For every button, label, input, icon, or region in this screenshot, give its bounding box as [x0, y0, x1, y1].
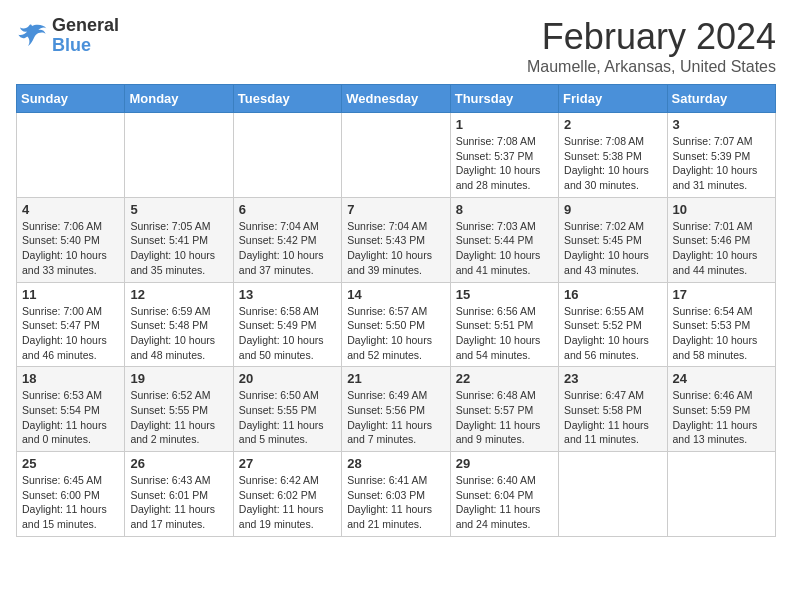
- calendar-week-4: 18Sunrise: 6:53 AM Sunset: 5:54 PM Dayli…: [17, 367, 776, 452]
- calendar-cell: 13Sunrise: 6:58 AM Sunset: 5:49 PM Dayli…: [233, 282, 341, 367]
- calendar-cell: 7Sunrise: 7:04 AM Sunset: 5:43 PM Daylig…: [342, 197, 450, 282]
- day-number: 7: [347, 202, 444, 217]
- calendar-header-saturday: Saturday: [667, 85, 775, 113]
- calendar-header-tuesday: Tuesday: [233, 85, 341, 113]
- day-number: 17: [673, 287, 770, 302]
- day-number: 8: [456, 202, 553, 217]
- calendar-cell: 1Sunrise: 7:08 AM Sunset: 5:37 PM Daylig…: [450, 113, 558, 198]
- calendar-cell: 2Sunrise: 7:08 AM Sunset: 5:38 PM Daylig…: [559, 113, 667, 198]
- day-info: Sunrise: 6:59 AM Sunset: 5:48 PM Dayligh…: [130, 304, 227, 363]
- day-number: 2: [564, 117, 661, 132]
- calendar-week-5: 25Sunrise: 6:45 AM Sunset: 6:00 PM Dayli…: [17, 452, 776, 537]
- calendar-cell: [559, 452, 667, 537]
- calendar-cell: 25Sunrise: 6:45 AM Sunset: 6:00 PM Dayli…: [17, 452, 125, 537]
- calendar-cell: 18Sunrise: 6:53 AM Sunset: 5:54 PM Dayli…: [17, 367, 125, 452]
- calendar-cell: 16Sunrise: 6:55 AM Sunset: 5:52 PM Dayli…: [559, 282, 667, 367]
- logo: General Blue: [16, 16, 119, 56]
- calendar-cell: 27Sunrise: 6:42 AM Sunset: 6:02 PM Dayli…: [233, 452, 341, 537]
- day-number: 15: [456, 287, 553, 302]
- logo-icon: [16, 22, 48, 50]
- calendar-cell: 24Sunrise: 6:46 AM Sunset: 5:59 PM Dayli…: [667, 367, 775, 452]
- day-number: 11: [22, 287, 119, 302]
- calendar-cell: 8Sunrise: 7:03 AM Sunset: 5:44 PM Daylig…: [450, 197, 558, 282]
- day-info: Sunrise: 6:48 AM Sunset: 5:57 PM Dayligh…: [456, 388, 553, 447]
- day-number: 1: [456, 117, 553, 132]
- calendar-cell: [233, 113, 341, 198]
- day-number: 10: [673, 202, 770, 217]
- day-number: 24: [673, 371, 770, 386]
- calendar-cell: 10Sunrise: 7:01 AM Sunset: 5:46 PM Dayli…: [667, 197, 775, 282]
- calendar-week-3: 11Sunrise: 7:00 AM Sunset: 5:47 PM Dayli…: [17, 282, 776, 367]
- calendar-week-1: 1Sunrise: 7:08 AM Sunset: 5:37 PM Daylig…: [17, 113, 776, 198]
- logo-line2: Blue: [52, 36, 119, 56]
- day-number: 21: [347, 371, 444, 386]
- calendar-cell: 19Sunrise: 6:52 AM Sunset: 5:55 PM Dayli…: [125, 367, 233, 452]
- day-number: 14: [347, 287, 444, 302]
- day-info: Sunrise: 6:42 AM Sunset: 6:02 PM Dayligh…: [239, 473, 336, 532]
- day-info: Sunrise: 6:46 AM Sunset: 5:59 PM Dayligh…: [673, 388, 770, 447]
- calendar-cell: 3Sunrise: 7:07 AM Sunset: 5:39 PM Daylig…: [667, 113, 775, 198]
- calendar-header-monday: Monday: [125, 85, 233, 113]
- calendar-header-row: SundayMondayTuesdayWednesdayThursdayFrid…: [17, 85, 776, 113]
- day-info: Sunrise: 6:58 AM Sunset: 5:49 PM Dayligh…: [239, 304, 336, 363]
- day-info: Sunrise: 6:45 AM Sunset: 6:00 PM Dayligh…: [22, 473, 119, 532]
- calendar-cell: 12Sunrise: 6:59 AM Sunset: 5:48 PM Dayli…: [125, 282, 233, 367]
- day-info: Sunrise: 7:07 AM Sunset: 5:39 PM Dayligh…: [673, 134, 770, 193]
- page-header: General Blue February 2024 Maumelle, Ark…: [16, 16, 776, 76]
- calendar-cell: 9Sunrise: 7:02 AM Sunset: 5:45 PM Daylig…: [559, 197, 667, 282]
- day-number: 3: [673, 117, 770, 132]
- calendar-header-friday: Friday: [559, 85, 667, 113]
- page-title: February 2024: [527, 16, 776, 58]
- calendar-header-sunday: Sunday: [17, 85, 125, 113]
- day-info: Sunrise: 6:40 AM Sunset: 6:04 PM Dayligh…: [456, 473, 553, 532]
- day-info: Sunrise: 6:43 AM Sunset: 6:01 PM Dayligh…: [130, 473, 227, 532]
- day-info: Sunrise: 7:08 AM Sunset: 5:38 PM Dayligh…: [564, 134, 661, 193]
- day-number: 9: [564, 202, 661, 217]
- calendar-header-thursday: Thursday: [450, 85, 558, 113]
- day-number: 29: [456, 456, 553, 471]
- day-info: Sunrise: 7:00 AM Sunset: 5:47 PM Dayligh…: [22, 304, 119, 363]
- day-number: 28: [347, 456, 444, 471]
- day-number: 25: [22, 456, 119, 471]
- title-block: February 2024 Maumelle, Arkansas, United…: [527, 16, 776, 76]
- day-info: Sunrise: 6:57 AM Sunset: 5:50 PM Dayligh…: [347, 304, 444, 363]
- day-info: Sunrise: 7:06 AM Sunset: 5:40 PM Dayligh…: [22, 219, 119, 278]
- page-subtitle: Maumelle, Arkansas, United States: [527, 58, 776, 76]
- day-number: 26: [130, 456, 227, 471]
- day-info: Sunrise: 6:54 AM Sunset: 5:53 PM Dayligh…: [673, 304, 770, 363]
- day-number: 4: [22, 202, 119, 217]
- calendar-cell: 6Sunrise: 7:04 AM Sunset: 5:42 PM Daylig…: [233, 197, 341, 282]
- day-number: 5: [130, 202, 227, 217]
- day-info: Sunrise: 6:41 AM Sunset: 6:03 PM Dayligh…: [347, 473, 444, 532]
- day-number: 22: [456, 371, 553, 386]
- day-info: Sunrise: 6:49 AM Sunset: 5:56 PM Dayligh…: [347, 388, 444, 447]
- calendar-cell: 11Sunrise: 7:00 AM Sunset: 5:47 PM Dayli…: [17, 282, 125, 367]
- calendar-cell: 21Sunrise: 6:49 AM Sunset: 5:56 PM Dayli…: [342, 367, 450, 452]
- calendar-cell: 26Sunrise: 6:43 AM Sunset: 6:01 PM Dayli…: [125, 452, 233, 537]
- calendar-cell: [342, 113, 450, 198]
- day-info: Sunrise: 6:56 AM Sunset: 5:51 PM Dayligh…: [456, 304, 553, 363]
- day-number: 13: [239, 287, 336, 302]
- day-number: 27: [239, 456, 336, 471]
- calendar-cell: [17, 113, 125, 198]
- day-number: 20: [239, 371, 336, 386]
- calendar-cell: 20Sunrise: 6:50 AM Sunset: 5:55 PM Dayli…: [233, 367, 341, 452]
- day-info: Sunrise: 7:04 AM Sunset: 5:42 PM Dayligh…: [239, 219, 336, 278]
- calendar-cell: [667, 452, 775, 537]
- day-info: Sunrise: 7:03 AM Sunset: 5:44 PM Dayligh…: [456, 219, 553, 278]
- day-number: 23: [564, 371, 661, 386]
- day-info: Sunrise: 7:04 AM Sunset: 5:43 PM Dayligh…: [347, 219, 444, 278]
- calendar-cell: 23Sunrise: 6:47 AM Sunset: 5:58 PM Dayli…: [559, 367, 667, 452]
- calendar-body: 1Sunrise: 7:08 AM Sunset: 5:37 PM Daylig…: [17, 113, 776, 537]
- day-info: Sunrise: 7:08 AM Sunset: 5:37 PM Dayligh…: [456, 134, 553, 193]
- day-info: Sunrise: 7:01 AM Sunset: 5:46 PM Dayligh…: [673, 219, 770, 278]
- calendar-table: SundayMondayTuesdayWednesdayThursdayFrid…: [16, 84, 776, 537]
- day-info: Sunrise: 6:47 AM Sunset: 5:58 PM Dayligh…: [564, 388, 661, 447]
- calendar-cell: 5Sunrise: 7:05 AM Sunset: 5:41 PM Daylig…: [125, 197, 233, 282]
- day-number: 19: [130, 371, 227, 386]
- day-info: Sunrise: 7:05 AM Sunset: 5:41 PM Dayligh…: [130, 219, 227, 278]
- day-info: Sunrise: 7:02 AM Sunset: 5:45 PM Dayligh…: [564, 219, 661, 278]
- calendar-week-2: 4Sunrise: 7:06 AM Sunset: 5:40 PM Daylig…: [17, 197, 776, 282]
- day-number: 18: [22, 371, 119, 386]
- calendar-cell: 17Sunrise: 6:54 AM Sunset: 5:53 PM Dayli…: [667, 282, 775, 367]
